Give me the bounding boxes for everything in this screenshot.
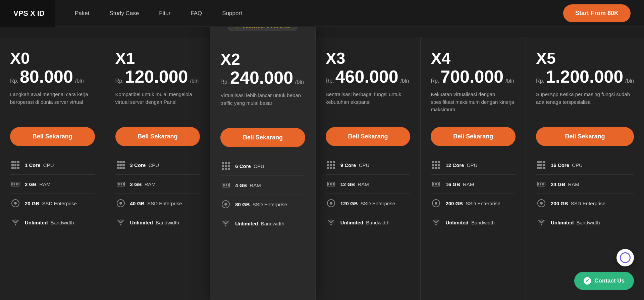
contact-us-button[interactable]: ✔ Contact Us	[574, 272, 634, 290]
svg-point-2	[225, 225, 226, 226]
spec-label: CPU	[357, 162, 369, 168]
spec-item: Unlimited Bandwidth	[10, 213, 95, 232]
spec-icon-ram	[10, 179, 21, 189]
spec-label: Bandwidth	[154, 220, 179, 225]
buy-button-x1[interactable]: Beli Sekarang	[115, 127, 200, 146]
spec-value: 1 Core	[25, 162, 41, 168]
plan-price-prefix: Rp.	[10, 78, 18, 84]
chat-bubble[interactable]: ◎	[616, 249, 634, 266]
cpu-icon	[117, 161, 125, 169]
spec-icon-cpu	[536, 160, 547, 170]
ram-icon	[327, 182, 335, 186]
plan-price-row: Rp. 700.000 /bln	[431, 68, 516, 85]
plan-price-period: /bln	[75, 78, 84, 84]
disk-icon	[327, 199, 335, 207]
plan-price-period: /bln	[295, 79, 304, 85]
spec-label: RAM	[143, 181, 156, 187]
spec-value: 20 GB	[25, 201, 39, 206]
specs-list: 6 Core CPU 4 GB RAM 80 GB SSD Enterprise…	[220, 157, 305, 233]
spec-icon-cpu	[115, 160, 126, 170]
spec-item: 120 GB SSD Enterprise	[326, 194, 411, 213]
plan-price-amount: 240.000	[230, 69, 293, 86]
cpu-icon	[432, 161, 440, 169]
spec-label: SSD Enterprise	[570, 201, 606, 206]
spec-item: 24 GB RAM	[536, 174, 634, 194]
spec-item: 80 GB SSD Enterprise	[220, 195, 305, 214]
plan-card-x2: ★Customer's Favorite X2 Rp. 240.000 /bln…	[210, 27, 316, 300]
spec-item: Unlimited Bandwidth	[326, 213, 411, 232]
plan-card-x0: X0 Rp. 80.000 /bln Langkah awal mengenal…	[0, 37, 105, 300]
plan-price-row: Rp. 120.000 /bln	[115, 68, 200, 85]
spec-label: SSD Enterprise	[359, 201, 395, 206]
spec-label: SSD Enterprise	[464, 201, 500, 206]
spec-item: 20 GB SSD Enterprise	[10, 194, 95, 213]
spec-label: RAM	[38, 181, 51, 187]
spec-icon-wifi	[115, 217, 126, 228]
nav-link-paket[interactable]: Paket	[75, 10, 89, 17]
spec-icon-disk	[431, 198, 441, 209]
ram-icon	[222, 183, 230, 187]
disk-icon	[222, 200, 230, 208]
buy-button-x0[interactable]: Beli Sekarang	[10, 127, 95, 146]
spec-value: 9 Core	[340, 162, 356, 168]
spec-label: Bandwidth	[365, 220, 389, 225]
spec-value: Unlimited	[25, 220, 48, 225]
plan-price-amount: 700.000	[440, 68, 503, 85]
spec-icon-disk	[10, 198, 21, 209]
spec-icon-ram	[220, 180, 231, 190]
spec-label: SSD Enterprise	[41, 201, 77, 206]
wifi-icon	[537, 219, 545, 225]
ram-icon	[117, 182, 125, 186]
plan-description: Langkah awal mengenal cara kerja beroper…	[10, 91, 95, 118]
spec-icon-cpu	[326, 160, 336, 170]
plan-price-amount: 80.000	[20, 68, 73, 85]
plan-name: X4	[431, 50, 516, 67]
spec-value: 12 GB	[340, 181, 355, 187]
buy-button-x2[interactable]: Beli Sekarang	[220, 128, 305, 147]
spec-value: Unlimited	[445, 220, 468, 225]
nav-link-study-case[interactable]: Study Case	[109, 10, 139, 17]
nav-cta-button[interactable]: Start From 80K	[563, 4, 631, 22]
disk-icon	[537, 199, 545, 207]
spec-label: RAM	[462, 181, 474, 187]
nav-link-faq[interactable]: FAQ	[191, 10, 202, 17]
ram-icon	[11, 182, 19, 186]
spec-item: 4 GB RAM	[220, 175, 305, 195]
spec-icon-cpu	[220, 161, 231, 171]
nav-link-fitur[interactable]: Fitur	[159, 10, 170, 17]
spec-value: 120 GB	[340, 201, 358, 206]
spec-value: 24 GB	[551, 181, 565, 187]
disk-icon	[11, 199, 19, 207]
plan-name: X0	[10, 50, 95, 67]
spec-item: 3 GB RAM	[115, 174, 200, 194]
spec-item: 200 GB SSD Enterprise	[431, 194, 516, 213]
spec-item: 12 Core CPU	[431, 156, 516, 174]
plan-price-prefix: Rp.	[115, 78, 124, 84]
spec-value: 16 GB	[445, 181, 460, 187]
cpu-icon	[537, 161, 545, 169]
buy-button-x3[interactable]: Beli Sekarang	[326, 127, 411, 146]
plan-description: SuperApp Ketika per masing fungsi sudah …	[536, 91, 634, 118]
spec-item: Unlimited Bandwidth	[220, 214, 305, 233]
cpu-icon	[222, 162, 230, 170]
nav-link-support[interactable]: Support	[222, 10, 242, 17]
spec-item: Unlimited Bandwidth	[115, 213, 200, 232]
svg-point-1	[120, 224, 121, 225]
plan-price-prefix: Rp.	[220, 79, 229, 85]
plan-description: Sentralisasi berbagai fungsi untuk kebut…	[326, 91, 411, 118]
spec-icon-wifi	[431, 217, 441, 228]
plan-price-row: Rp. 460.000 /bln	[326, 68, 411, 85]
spec-label: SSD Enterprise	[146, 201, 182, 206]
spec-label: RAM	[567, 181, 579, 187]
plan-name: X3	[326, 50, 411, 67]
spec-icon-wifi	[10, 217, 21, 228]
spec-label: CPU	[252, 163, 264, 169]
disk-icon	[432, 199, 440, 207]
spec-value: 3 GB	[130, 181, 142, 187]
specs-list: 3 Core CPU 3 GB RAM 40 GB SSD Enterprise…	[115, 156, 200, 232]
spec-label: CPU	[42, 162, 54, 168]
spec-value: Unlimited	[551, 220, 574, 225]
plan-price-prefix: Rp.	[431, 78, 439, 84]
buy-button-x5[interactable]: Beli Sekarang	[536, 127, 634, 146]
buy-button-x4[interactable]: Beli Sekarang	[431, 127, 516, 146]
